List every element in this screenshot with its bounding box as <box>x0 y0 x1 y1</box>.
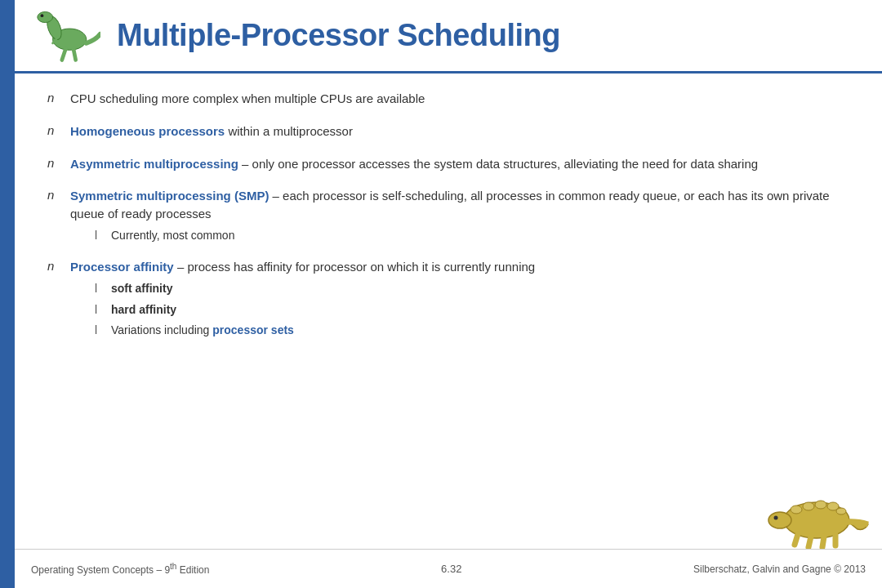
sub-bullet-5-1: l <box>95 282 111 295</box>
bullet-item-3: n Asymmetric multiprocessing – only one … <box>47 155 849 173</box>
svg-point-9 <box>803 502 814 510</box>
sub-text-hard-affinity: hard affinity <box>111 302 176 318</box>
svg-line-5 <box>74 48 76 60</box>
slide-title: Multiple-Processor Scheduling <box>117 18 560 53</box>
svg-point-12 <box>836 508 846 514</box>
header: Multiple-Processor Scheduling <box>15 0 882 74</box>
footer-slide-number: 6.32 <box>441 563 461 575</box>
sub-bullet-5-2: l <box>95 303 111 316</box>
footer: Operating System Concepts – 9th Edition … <box>15 549 882 588</box>
sub-text-soft-affinity: soft affinity <box>111 281 172 297</box>
sub-bullet-5-3: l <box>95 323 111 336</box>
sub-bullet-4-1: l <box>95 229 111 242</box>
bullet-marker-4: n <box>47 188 70 202</box>
footer-edition: Operating System Concepts – 9th Edition <box>31 562 209 576</box>
bullet-text-1: CPU scheduling more complex when multipl… <box>70 90 849 108</box>
main-content: n CPU scheduling more complex when multi… <box>15 74 882 547</box>
sub-text-currently-most-common: Currently, most common <box>111 228 234 244</box>
bullet-text-5: Processor affinity – process has affinit… <box>70 260 535 274</box>
bullet-marker-1: n <box>47 91 70 105</box>
bullet-marker-2: n <box>47 123 70 137</box>
bullet-item-1: n CPU scheduling more complex when multi… <box>47 90 849 108</box>
bullet-item-2: n Homogeneous processors within a multip… <box>47 122 849 140</box>
svg-point-13 <box>768 512 791 528</box>
svg-line-4 <box>62 48 66 60</box>
bullet-marker-3: n <box>47 156 70 170</box>
bullet-text-4: Symmetric multiprocessing (SMP) – each p… <box>70 189 830 220</box>
sub-item-4-1: l Currently, most common <box>95 228 849 244</box>
sidebar-accent <box>0 0 15 588</box>
svg-point-2 <box>38 11 53 22</box>
svg-point-10 <box>815 501 826 509</box>
dinosaur-logo <box>31 5 100 66</box>
bullet-item-5: n Processor affinity – process has affin… <box>47 258 849 339</box>
highlight-symmetric: Symmetric multiprocessing (SMP) <box>70 189 269 203</box>
bullet-text-3: Asymmetric multiprocessing – only one pr… <box>70 155 849 173</box>
dinosaur-bottom-right <box>764 475 870 549</box>
sub-text-variations: Variations including processor sets <box>111 323 294 339</box>
sub-item-5-1: l soft affinity <box>95 281 849 297</box>
highlight-homogeneous: Homogeneous processors <box>70 124 225 138</box>
sub-item-5-2: l hard affinity <box>95 302 849 318</box>
sub-item-5-3: l Variations including processor sets <box>95 323 849 339</box>
svg-line-17 <box>822 537 824 547</box>
highlight-processor-affinity: Processor affinity <box>70 260 174 274</box>
footer-copyright: Silberschatz, Galvin and Gagne © 2013 <box>693 564 866 575</box>
svg-point-8 <box>791 506 802 514</box>
svg-line-15 <box>795 534 798 545</box>
svg-line-16 <box>808 537 811 547</box>
bullet-text-2: Homogeneous processors within a multipro… <box>70 122 849 140</box>
svg-point-3 <box>41 14 44 17</box>
highlight-processor-sets: processor sets <box>212 323 294 336</box>
highlight-asymmetric: Asymmetric multiprocessing <box>70 157 238 171</box>
bullet-marker-5: n <box>47 259 70 273</box>
bullet-item-4: n Symmetric multiprocessing (SMP) – each… <box>47 187 849 243</box>
svg-point-14 <box>774 516 778 520</box>
